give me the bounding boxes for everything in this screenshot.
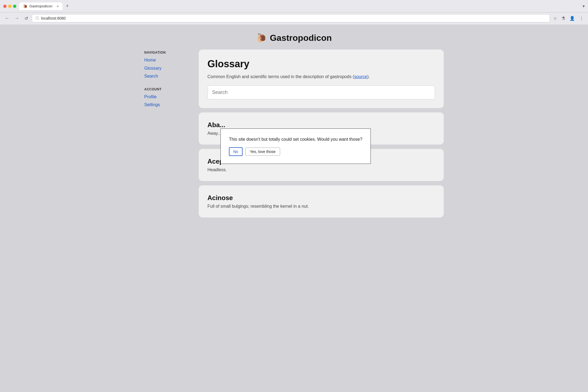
account-section-label: ACCOUNT — [144, 87, 188, 91]
sidebar-item-settings[interactable]: Settings — [144, 101, 188, 108]
sidebar: NAVIGATION Home Glossary Search ACCOUNT … — [144, 50, 188, 222]
maximize-window-button[interactable] — [13, 5, 16, 8]
sidebar-link-settings[interactable]: Settings — [144, 102, 160, 107]
back-button[interactable]: ← — [3, 15, 11, 22]
sidebar-account-nav: Profile Settings — [144, 93, 188, 108]
minimize-window-button[interactable] — [8, 5, 11, 8]
sidebar-nav: Home Glossary Search — [144, 57, 188, 80]
page-wrapper: 🐌 Gastropodicon NAVIGATION Home Glossary… — [0, 24, 588, 392]
cookie-actions: No Yes, love those — [229, 147, 362, 156]
cookie-dialog: This site doesn't but totally could set … — [220, 128, 371, 164]
term-title-acinose: Acinose — [207, 194, 435, 202]
browser-actions: ☆ ⚗ 👤 ⋮ — [552, 15, 585, 22]
active-tab[interactable]: 🐌 Gastropodicon × — [19, 2, 63, 10]
forward-button[interactable]: → — [13, 15, 21, 22]
bookmark-button[interactable]: ☆ — [552, 15, 558, 22]
sidebar-link-home[interactable]: Home — [144, 58, 156, 62]
sidebar-item-home[interactable]: Home — [144, 57, 188, 64]
address-bar[interactable]: ⓘ localhost:8080 — [32, 14, 550, 22]
browser-tab-bar: 🐌 Gastropodicon × + ▾ — [0, 0, 588, 13]
site-header: 🐌 Gastropodicon — [11, 33, 577, 43]
address-info-icon: ⓘ — [35, 16, 39, 21]
new-tab-button[interactable]: + — [64, 2, 71, 10]
term-def-acinose: Full of small bulgings; resembling the k… — [207, 204, 435, 209]
glossary-header-card: Glossary Common English and scientific t… — [199, 50, 444, 108]
reload-button[interactable]: ↺ — [23, 15, 30, 22]
description-after-link: ). — [367, 74, 370, 79]
sidebar-item-search[interactable]: Search — [144, 73, 188, 80]
tab-dropdown-button[interactable]: ▾ — [583, 4, 585, 9]
snail-icon: 🐌 — [256, 33, 267, 43]
main-content: Glossary Common English and scientific t… — [199, 50, 444, 222]
traffic-lights — [3, 5, 16, 8]
close-window-button[interactable] — [3, 5, 7, 8]
glossary-title: Glossary — [207, 58, 435, 70]
glossary-description: Common English and scientific terms used… — [207, 74, 435, 80]
tab-favicon-icon: 🐌 — [23, 4, 27, 8]
content-layout: NAVIGATION Home Glossary Search ACCOUNT … — [144, 50, 444, 222]
sidebar-item-profile[interactable]: Profile — [144, 93, 188, 100]
term-def-acephalous: Headless. — [207, 167, 435, 172]
cookie-yes-button[interactable]: Yes, love those — [245, 148, 280, 156]
glossary-term-card-acinose: Acinose Full of small bulgings; resembli… — [199, 185, 444, 218]
tab-bar: 🐌 Gastropodicon × + ▾ — [19, 2, 585, 10]
cookie-message: This site doesn't but totally could set … — [229, 136, 362, 142]
nav-section-label: NAVIGATION — [144, 51, 188, 54]
site-title: Gastropodicon — [270, 33, 332, 43]
term-title-abapical: Aba... — [207, 121, 435, 129]
address-url: localhost:8080 — [41, 16, 546, 20]
address-bar-row: ← → ↺ ⓘ localhost:8080 ☆ ⚗ 👤 ⋮ — [0, 13, 588, 24]
tab-title: Gastropodicon — [29, 4, 53, 8]
sidebar-link-profile[interactable]: Profile — [144, 94, 157, 99]
menu-button[interactable]: ⋮ — [578, 15, 585, 22]
source-link[interactable]: source — [354, 74, 367, 79]
cookie-no-button[interactable]: No — [229, 147, 243, 156]
experiments-button[interactable]: ⚗ — [560, 15, 566, 22]
sidebar-link-search[interactable]: Search — [144, 74, 158, 78]
tab-close-button[interactable]: × — [57, 4, 59, 8]
glossary-search-input[interactable] — [207, 85, 435, 99]
sidebar-item-glossary[interactable]: Glossary — [144, 65, 188, 72]
sidebar-link-glossary[interactable]: Glossary — [144, 66, 161, 71]
profile-button[interactable]: 👤 — [568, 15, 576, 22]
description-before-link: Common English and scientific terms used… — [207, 74, 354, 79]
